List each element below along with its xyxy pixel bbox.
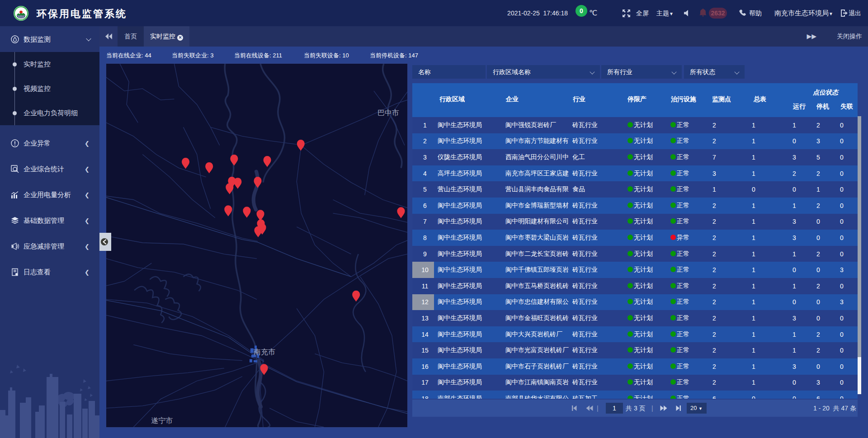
svg-text:巴中市: 巴中市 [377, 108, 399, 117]
svg-text:遂宁市: 遂宁市 [151, 416, 173, 424]
svg-text:南充市: 南充市 [254, 348, 275, 356]
